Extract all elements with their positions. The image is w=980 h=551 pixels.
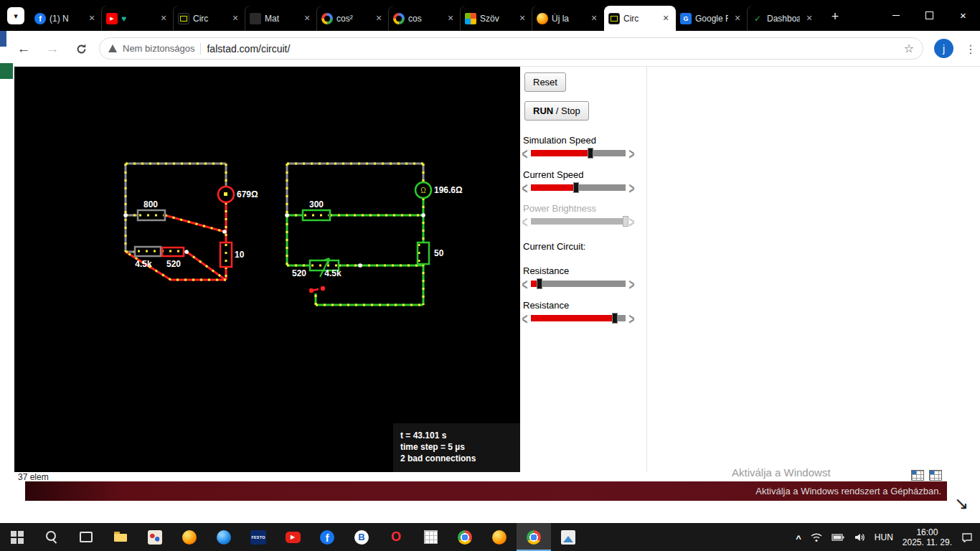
browser-tab[interactable]: Circ — [604, 6, 676, 31]
tab-close-icon[interactable] — [230, 13, 241, 24]
slider-resistance-1: Resistance — [522, 265, 645, 289]
reload-button[interactable] — [69, 31, 93, 67]
tab-search-button[interactable] — [7, 7, 24, 24]
tab-close-icon[interactable] — [804, 13, 815, 24]
close-button[interactable] — [946, 0, 980, 31]
resistor-label: 4.5k — [135, 259, 152, 269]
bad-connection-dot — [321, 286, 325, 291]
address-bar[interactable]: Nem biztonságos falstad.com/circuit/ — [99, 37, 923, 60]
browser-b-icon[interactable]: B — [344, 523, 379, 551]
browser-tab[interactable]: cos² — [317, 6, 389, 31]
photos-icon[interactable] — [551, 523, 585, 551]
chrome-icon[interactable] — [448, 523, 482, 551]
slider-thumb[interactable] — [537, 278, 542, 289]
browser-tab[interactable]: Google F — [676, 6, 748, 31]
browser-tab[interactable]: ♥ — [102, 6, 174, 31]
firefox-icon[interactable] — [172, 523, 207, 551]
calculator-icon[interactable] — [413, 523, 448, 551]
browser-tab[interactable]: Szöv — [461, 6, 532, 31]
slider-thumb[interactable] — [612, 313, 618, 324]
google-favicon-icon — [393, 13, 405, 24]
slider-increase-arrow[interactable] — [628, 213, 634, 230]
volume-icon[interactable] — [854, 532, 865, 542]
windows-activation-watermark-line2: Aktiválja a Windows rendszert a Gépházba… — [755, 486, 941, 496]
slider-increase-arrow[interactable] — [628, 310, 634, 326]
status-time: t = 43.101 s — [400, 430, 520, 441]
taskbar-clock[interactable]: 16:00 2025. 11. 29. — [903, 527, 952, 547]
tab-close-icon[interactable] — [301, 13, 313, 24]
browser-tab[interactable]: Új la — [532, 6, 604, 31]
tab-close-icon[interactable] — [158, 13, 169, 24]
slider-decrease-arrow[interactable] — [522, 276, 527, 292]
resistor-520-left[interactable] — [162, 248, 184, 256]
slider-track[interactable] — [531, 184, 626, 191]
facebook-icon[interactable]: f — [310, 523, 344, 551]
resistor-800[interactable] — [138, 210, 165, 220]
resistor-300[interactable] — [303, 210, 330, 220]
new-tab-button[interactable] — [826, 8, 844, 25]
tab-close-icon[interactable] — [445, 13, 456, 24]
back-button[interactable] — [11, 31, 36, 67]
network-icon[interactable] — [811, 532, 822, 542]
browser-tab[interactable]: Circ — [174, 6, 245, 31]
battery-icon[interactable] — [831, 533, 844, 542]
browser-tab[interactable]: Dashboa — [748, 6, 819, 31]
tab-close-icon[interactable] — [660, 13, 672, 24]
slider-track[interactable] — [531, 281, 626, 287]
junction-dot — [421, 213, 425, 217]
slider-increase-arrow[interactable] — [628, 276, 634, 292]
slider-track[interactable] — [531, 218, 626, 225]
url[interactable]: falstad.com/circuit/ — [207, 43, 290, 55]
status-bad-connections: 2 bad connections — [400, 453, 520, 464]
tab-close-icon[interactable] — [86, 13, 98, 24]
slider-track[interactable] — [531, 150, 626, 156]
circuit-drawing[interactable]: Ω 800 679Ω 10 4.5k 520 300 196.6Ω 50 520… — [14, 67, 520, 472]
forward-button[interactable] — [40, 31, 65, 67]
browser-tab[interactable]: Mat — [245, 6, 317, 31]
slider-decrease-arrow[interactable] — [522, 179, 527, 196]
firefox-icon[interactable] — [482, 523, 517, 551]
tab-close-icon[interactable] — [517, 13, 528, 24]
office-favicon-icon — [465, 13, 476, 24]
resistor-10[interactable] — [220, 242, 232, 267]
bookmark-star-icon[interactable] — [904, 42, 914, 55]
reset-button[interactable]: Reset — [524, 72, 566, 92]
browser-tab[interactable]: (1) N — [30, 6, 102, 31]
youtube-icon[interactable]: ▶ — [275, 523, 310, 551]
profile-avatar[interactable]: j — [934, 39, 953, 58]
blue-app-icon[interactable] — [207, 523, 241, 551]
slider-thumb[interactable] — [623, 216, 628, 227]
tray-expand-icon[interactable] — [796, 533, 801, 544]
slider-track[interactable] — [531, 315, 626, 321]
maximize-button[interactable] — [913, 0, 946, 31]
background-window-fragment — [0, 63, 13, 79]
slider-decrease-arrow[interactable] — [522, 310, 527, 326]
task-view-icon[interactable] — [69, 523, 103, 551]
browser-toolbar: Nem biztonságos falstad.com/circuit/ j — [0, 31, 980, 67]
slider-decrease-arrow[interactable] — [522, 145, 527, 161]
chrome-icon[interactable] — [517, 523, 551, 551]
browser-menu-button[interactable] — [962, 31, 979, 67]
search-icon[interactable] — [34, 523, 69, 551]
browser-tab[interactable]: cos — [389, 6, 461, 31]
opera-icon[interactable]: O — [379, 523, 413, 551]
run-stop-button[interactable]: RUN / Stop — [524, 101, 589, 121]
slider-increase-arrow[interactable] — [628, 179, 634, 196]
minimize-button[interactable] — [879, 0, 913, 31]
slider-thumb[interactable] — [588, 148, 593, 159]
security-chip[interactable]: Nem biztonságos — [123, 43, 194, 54]
festo-icon[interactable]: FESTO — [241, 523, 275, 551]
tab-close-icon[interactable] — [373, 13, 385, 24]
slider-decrease-arrow[interactable] — [522, 213, 527, 230]
paint-icon[interactable] — [138, 523, 172, 551]
slider-increase-arrow[interactable] — [628, 145, 634, 161]
tab-close-icon[interactable] — [732, 13, 743, 24]
warning-icon — [108, 44, 117, 52]
language-indicator[interactable]: HUN — [875, 532, 893, 542]
file-explorer-icon[interactable] — [103, 523, 138, 551]
start-icon[interactable] — [0, 523, 34, 551]
circuit-canvas[interactable]: Ω 800 679Ω 10 4.5k 520 300 196.6Ω 50 520… — [14, 67, 520, 472]
slider-thumb[interactable] — [573, 182, 579, 193]
notifications-icon[interactable] — [961, 532, 973, 542]
tab-close-icon[interactable] — [588, 13, 600, 24]
